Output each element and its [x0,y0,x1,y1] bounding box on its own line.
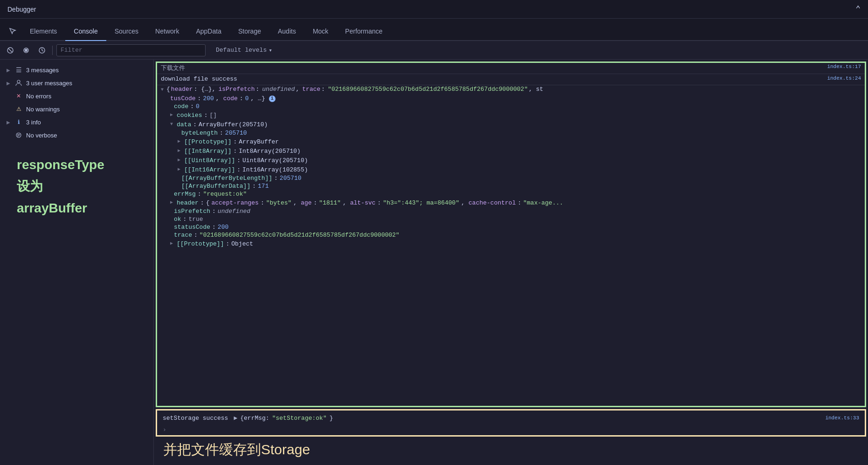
tab-sources[interactable]: Sources [106,22,147,41]
expand-arrow-messages: ▶ [6,67,11,73]
object-header-row: ▼ { header : {…}, isPrefetch : undefined… [157,85,865,95]
tab-appdata[interactable]: AppData [187,22,229,41]
set-storage-content: setStorage success ▶ {errMsg: "setStorag… [163,414,825,422]
obj-row-prototype-arraybuffer: ▶ [[Prototype]] : ArrayBuffer [157,137,865,146]
log-entry-download-success: download file success index.ts:24 [157,74,865,85]
error-icon: ✕ [15,92,22,100]
tus-code-row: tusCode : 200 , code : 0 , …} i [157,95,865,103]
sidebar-annotation: responseType 设为 arrayBuffer [0,145,153,221]
obj-row-header: ▶ header : { accept-ranges : "bytes" , a… [157,198,865,207]
sidebar-item-errors[interactable]: ▶ ✕ No errors [0,89,153,103]
show-timestamps-button[interactable] [35,44,48,57]
tab-console[interactable]: Console [65,22,106,41]
info-badge: i [269,96,276,102]
tab-storage[interactable]: Storage [230,22,269,41]
bottom-annotation: 并把文件缓存到Storage [156,438,866,463]
warnings-label: No warnings [26,106,148,113]
console-output-box[interactable]: 下载文件 index.ts:17 download file success i… [156,62,866,407]
filter-input[interactable] [56,44,206,56]
tab-mock[interactable]: Mock [304,22,337,41]
messages-label: 3 messages [26,67,148,74]
title-text: Debugger [7,6,36,13]
sidebar-item-verbose[interactable]: ▶ No verbose [0,129,153,142]
tab-performance[interactable]: Performance [337,22,391,41]
set-storage-arrow[interactable]: ▶ [234,414,237,422]
verbose-label: No verbose [26,132,148,139]
obj-row-bytelength: byteLength : 205710 [157,129,865,137]
top-file-ref[interactable]: index.ts:17 [823,64,861,69]
preserve-log-button[interactable] [20,44,33,57]
set-storage-row: setStorage success ▶ {errMsg: "setStorag… [157,410,865,425]
sidebar-item-user-messages[interactable]: ▶ 3 user messages [0,76,153,89]
tab-network[interactable]: Network [147,22,187,41]
log-entry-download-file: 下载文件 index.ts:17 [157,63,865,74]
object-expand-tri[interactable]: ▼ [161,86,164,94]
obj-row-prototype-object: ▶ [[Prototype]] : Object [157,239,865,248]
obj-row-trace: trace : "021689660827559c62c07b6d5d21d2f… [157,231,865,239]
obj-row-statuscode: statusCode : 200 [157,223,865,231]
obj-row-int16array: ▶ [[Int16Array]] : Int16Array(102855) [157,165,865,174]
set-storage-text: setStorage success [163,415,228,422]
svg-rect-3 [25,49,28,52]
sidebar-item-warnings[interactable]: ▶ ⚠ No warnings [0,103,153,116]
download-file-ref[interactable]: index.ts:24 [823,75,861,81]
sidebar-messages: ▶ ☰ 3 messages ▶ 3 user mess [0,60,153,145]
obj-row-code: code : 0 [157,103,865,110]
expand-arrow-info: ▶ [6,119,11,125]
clear-console-button[interactable] [4,44,17,57]
title-controls: ⌃ [855,5,861,14]
console-toolbar: Default levels ▾ [0,41,868,60]
svg-line-1 [8,48,13,52]
collapse-button[interactable]: ⌃ [855,5,861,14]
messages-icon: ☰ [15,66,22,74]
set-storage-entry-box: setStorage success ▶ {errMsg: "setStorag… [156,409,866,437]
svg-line-6 [42,50,43,51]
warning-icon: ⚠ [15,105,22,113]
user-icon [15,79,22,87]
obj-row-data: ▼ data : ArrayBuffer(205710) [157,120,865,129]
main-content: ▶ ☰ 3 messages ▶ 3 user mess [0,60,868,465]
obj-row-cookies: ▶ cookies : [] [157,110,865,120]
set-storage-value: "setStorage:ok" [272,415,327,422]
toolbar-divider [52,46,53,55]
top-entry-text: 下载文件 [161,64,185,72]
errors-label: No errors [26,93,148,100]
response-type-line2: 设为 [7,174,150,196]
obj-row-arraybuffer-bytelength: [[ArrayBufferByteLength]] : 205710 [157,174,865,182]
tab-bar: Elements Console Sources Network AppData… [0,19,868,41]
tab-elements[interactable]: Elements [21,22,65,41]
console-prompt-line: › [157,425,865,435]
data-expand[interactable]: ▼ [170,120,173,129]
user-messages-label: 3 user messages [26,80,148,87]
info-icon: ℹ [15,118,22,126]
response-type-line1: responseType [7,153,150,174]
obj-row-int8array: ▶ [[Int8Array]] : Int8Array(205710) [157,146,865,156]
obj-row-arraybuffer-data: [[ArrayBufferData]] : 171 [157,182,865,190]
obj-row-ok: ok : true [157,215,865,223]
obj-row-isprefetch: isPrefetch : undefined [157,207,865,215]
tab-audits[interactable]: Audits [269,22,304,41]
default-levels-dropdown[interactable]: Default levels ▾ [212,45,276,55]
console-prompt: › [163,426,166,433]
console-main: 下载文件 index.ts:17 download file success i… [154,60,868,465]
obj-row-errmsg: errMsg : "request:ok" [157,190,865,198]
sidebar-item-info[interactable]: ▶ ℹ 3 info [0,116,153,129]
inspect-icon[interactable] [4,22,21,41]
download-success-text: download file success [161,75,237,82]
set-storage-file-ref[interactable]: index.ts:33 [825,415,859,421]
sidebar-item-messages[interactable]: ▶ ☰ 3 messages [0,63,153,76]
info-label: 3 info [26,119,148,126]
cookies-expand[interactable]: ▶ [170,111,173,119]
response-type-line3: arrayBuffer [7,196,150,218]
obj-row-uint8array: ▶ [[Uint8Array]] : Uint8Array(205710) [157,156,865,165]
verbose-icon [15,131,22,139]
right-panel: 下载文件 index.ts:17 download file success i… [154,60,868,465]
title-bar: Debugger ⌃ [0,0,868,19]
sidebar: ▶ ☰ 3 messages ▶ 3 user mess [0,60,154,465]
expand-arrow-user-messages: ▶ [6,80,11,86]
svg-point-7 [17,80,20,83]
